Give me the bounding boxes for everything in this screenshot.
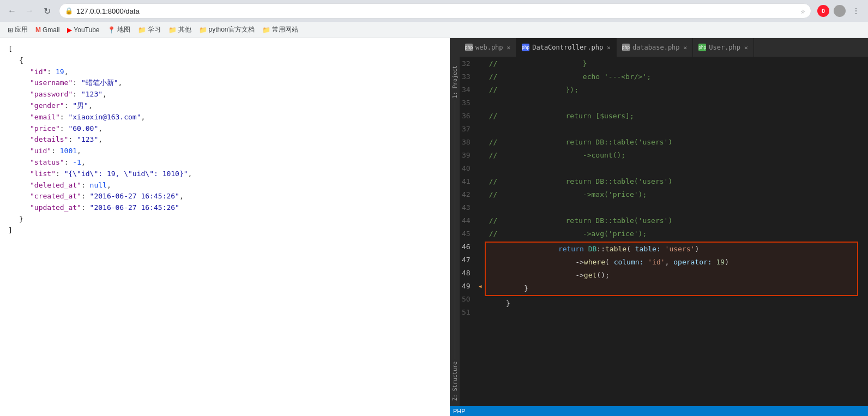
line-40: 40 (460, 162, 473, 175)
lock-icon: 🔒 (65, 7, 73, 15)
code-line-46: return DB::table( table: 'users') (486, 243, 857, 256)
folder-icon: 📁 (138, 26, 146, 34)
profile-icon (834, 5, 846, 17)
structure-panel-label[interactable]: Z: Structure (452, 361, 458, 401)
bookmark-youtube[interactable]: ▶ YouTube (64, 25, 103, 35)
gmail-icon: M (35, 26, 41, 34)
line-numbers: 32 33 34 35 36 37 38 39 40 41 42 43 44 4… (460, 57, 476, 406)
line-43: 43 (460, 201, 473, 214)
tab-database[interactable]: php database.php ✕ (617, 38, 693, 57)
bookmark-label: Gmail (43, 26, 59, 34)
code-line-36: // return [$users]; (485, 110, 858, 123)
project-panel-label[interactable]: 1: Project (452, 65, 458, 98)
profile-button[interactable] (832, 3, 847, 19)
ide-scrollbar[interactable] (858, 57, 868, 406)
bookmark-label: python官方文档 (209, 25, 255, 34)
php-icon: php (698, 44, 706, 51)
php-icon: php (465, 44, 473, 51)
back-button[interactable]: ← (4, 3, 20, 19)
line-34: 34 (460, 83, 473, 97)
bookmark-label: YouTube (74, 26, 99, 34)
line-35: 35 (460, 97, 473, 110)
line-38: 38 (460, 136, 473, 149)
menu-button[interactable]: ⋮ (848, 3, 864, 19)
code-line-33: // echo '---<br/>'; (485, 70, 858, 83)
ide-sidebar-strip: 1: Project Z: Structure (450, 57, 460, 406)
bookmark-label: 其他 (178, 25, 191, 34)
code-line-39: // ->count(); (485, 149, 858, 162)
bookmark-apps[interactable]: ⊞ 应用 (4, 24, 31, 35)
opera-button[interactable]: O (816, 3, 831, 19)
forward-button[interactable]: → (22, 3, 37, 19)
url-text: 127.0.0.1:8000/data (76, 7, 798, 15)
bookmark-label: 常用网站 (272, 25, 298, 34)
line-41: 41 (460, 175, 473, 188)
php-icon: php (622, 44, 630, 51)
line-37: 37 (460, 123, 473, 136)
tab-user[interactable]: php User.php ✕ (693, 38, 754, 57)
code-line-35 (485, 97, 858, 110)
bookmark-study[interactable]: 📁 学习 (135, 24, 164, 35)
tab-close-web[interactable]: ✕ (507, 44, 511, 51)
tab-label: database.php (632, 44, 680, 51)
status-bar: PHP (450, 406, 868, 416)
folder-icon4: 📁 (262, 26, 270, 34)
code-editor[interactable]: // } // echo '---<br/>'; // }); (485, 57, 858, 406)
bookmark-gmail[interactable]: M Gmail (32, 25, 63, 35)
ide-panel: php web.php ✕ php DataController.php ✕ p… (450, 38, 868, 416)
tab-label: DataController.php (532, 44, 603, 51)
code-line-37 (485, 123, 858, 136)
line-50: 50 (460, 293, 473, 306)
line-45: 45 (460, 227, 473, 240)
line-47: 47 (460, 254, 473, 267)
code-line-50: } (485, 297, 858, 310)
code-line-32: // } (485, 57, 858, 70)
code-line-44: // return DB::table('users') (485, 214, 858, 227)
tab-label: web.php (475, 44, 503, 51)
browser-json-view: [ { "id": 19, "username": "蜡笔小新", "passw… (0, 38, 450, 416)
code-line-51 (485, 310, 858, 323)
bookmark-common[interactable]: 📁 常用网站 (259, 24, 302, 35)
bookmark-other[interactable]: 📁 其他 (165, 24, 195, 35)
fold-column: ◀ (476, 57, 485, 406)
highlight-block: return DB::table( table: 'users') ->wher… (485, 242, 858, 296)
folder-icon3: 📁 (199, 26, 207, 34)
line-39: 39 (460, 149, 473, 162)
bookmarks-bar: ⊞ 应用 M Gmail ▶ YouTube 📍 地图 📁 学习 📁 其他 📁 … (0, 22, 868, 38)
bookmark-maps[interactable]: 📍 地图 (104, 24, 134, 35)
address-icons: ☆ (801, 7, 805, 15)
code-line-40 (485, 162, 858, 175)
code-line-38: // return DB::table('users') (485, 136, 858, 149)
code-line-48: ->get(); (486, 269, 857, 282)
line-46: 46 (460, 240, 473, 254)
tab-label: User.php (709, 44, 740, 51)
tab-close-dc[interactable]: ✕ (607, 44, 611, 51)
youtube-icon: ▶ (67, 26, 72, 34)
address-bar[interactable]: 🔒 127.0.0.1:8000/data ☆ (59, 3, 811, 19)
tab-web-php[interactable]: php web.php ✕ (460, 38, 516, 57)
code-line-49: } (486, 282, 857, 295)
line-51: 51 (460, 306, 473, 319)
tab-close-db[interactable]: ✕ (684, 44, 688, 51)
browser-chrome: ← → ↻ 🔒 127.0.0.1:8000/data ☆ O ⋮ ⊞ 应用 (0, 0, 868, 38)
line-49: 49 (460, 280, 473, 293)
line-32: 32 (460, 57, 473, 70)
title-bar: ← → ↻ 🔒 127.0.0.1:8000/data ☆ O ⋮ (0, 0, 868, 22)
php-icon: php (522, 44, 529, 51)
nav-buttons: ← → ↻ (4, 3, 55, 19)
opera-icon: O (817, 5, 829, 17)
fold-arrow-49: ◀ (479, 284, 481, 289)
apps-icon: ⊞ (8, 26, 13, 34)
code-line-34: // }); (485, 83, 858, 97)
tab-close-user[interactable]: ✕ (744, 44, 748, 51)
star-icon[interactable]: ☆ (801, 7, 805, 15)
bookmark-python[interactable]: 📁 python官方文档 (196, 24, 258, 35)
bookmark-label: 应用 (15, 25, 28, 34)
line-36: 36 (460, 110, 473, 123)
code-line-41: // return DB::table('users') (485, 175, 858, 188)
code-line-43 (485, 201, 858, 214)
tab-datacontroller[interactable]: php DataController.php ✕ (516, 38, 617, 57)
maps-icon: 📍 (107, 26, 116, 34)
line-44: 44 (460, 214, 473, 227)
reload-button[interactable]: ↻ (39, 3, 55, 19)
